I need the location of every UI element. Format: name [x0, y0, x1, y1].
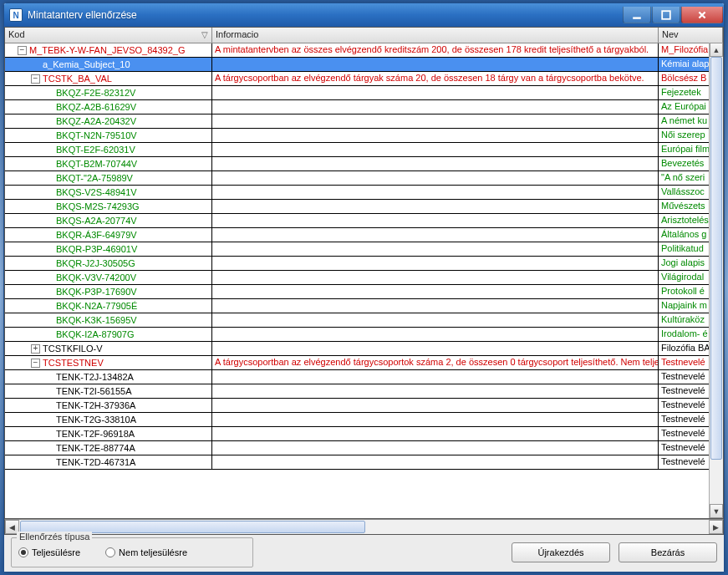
radio-not-fulfilled-label: Nem teljesülésre: [119, 547, 187, 557]
table-row[interactable]: BKQZ-A2B-61629VAz Európai: [5, 100, 723, 114]
cell-kod-text: BKQT-B2M-70744V: [56, 159, 137, 169]
cell-kod: BKQK-V3V-74200V: [5, 271, 212, 284]
column-nev[interactable]: Nev: [659, 28, 723, 43]
cell-info: [212, 86, 659, 99]
cell-kod: BKQK-P3P-17690V: [5, 285, 212, 298]
cell-kod: BKQT-E2F-62031V: [5, 143, 212, 156]
close-button[interactable]: [681, 7, 723, 23]
close-dialog-button-label: Bezárás: [651, 547, 685, 557]
cell-kod: −M_TEBK-Y-W-FAN_JEVSO_84392_G: [5, 43, 212, 57]
table-row[interactable]: BKQZ-A2A-20432VA német ku: [5, 114, 723, 129]
radio-fulfilled[interactable]: Teljesülésre: [18, 547, 80, 557]
cell-kod-text: BKQK-K3K-15695V: [56, 315, 137, 325]
cell-info: [212, 171, 659, 185]
cell-kod-text: BKQS-M2S-74293G: [56, 201, 140, 211]
tree-grid[interactable]: Kod▽ Informacio Nev −M_TEBK-Y-W-FAN_JEVS…: [4, 27, 724, 519]
table-row[interactable]: TENK-T2H-37936ATestnevelé: [5, 399, 723, 413]
cell-kod: BKQT-"2A-75989V: [5, 171, 212, 185]
table-row[interactable]: TENK-T2E-88774ATestnevelé: [5, 441, 723, 455]
table-row[interactable]: −M_TEBK-Y-W-FAN_JEVSO_84392_GA mintatant…: [5, 43, 723, 58]
cell-info: [212, 455, 659, 469]
cell-info: [212, 427, 659, 440]
cell-kod: TENK-T2E-88774A: [5, 441, 212, 455]
cell-info: [212, 214, 659, 227]
table-row[interactable]: BKQK-V3V-74200VVilágirodal: [5, 271, 723, 285]
cell-info: [212, 200, 659, 213]
close-dialog-button[interactable]: Bezárás: [619, 542, 717, 562]
restart-button-label: Újrakezdés: [537, 547, 583, 557]
grid-header: Kod▽ Informacio Nev: [5, 28, 723, 43]
radio-not-fulfilled[interactable]: Nem teljesülésre: [105, 547, 187, 557]
maximize-button[interactable]: [652, 7, 680, 23]
cell-kod: BKQS-M2S-74293G: [5, 200, 212, 213]
cell-info: [212, 228, 659, 242]
table-row[interactable]: BKQT-B2M-70744VBevezetés: [5, 157, 723, 171]
cell-info: [212, 399, 659, 412]
hscroll-track[interactable]: [19, 520, 709, 534]
table-row[interactable]: BKQT-N2N-79510VNői szerep: [5, 129, 723, 143]
table-row[interactable]: TENK-T2D-46731ATestnevelé: [5, 455, 723, 470]
cell-kod-text: BKQK-P3P-17690V: [56, 287, 137, 297]
table-row[interactable]: TENK-T2I-56155ATestnevelé: [5, 384, 723, 399]
check-type-group: Ellenőrzés típusa Teljesülésre Nem telje…: [11, 537, 253, 567]
collapse-icon[interactable]: −: [18, 46, 27, 55]
cell-kod-text: TCSTESTNEV: [43, 358, 104, 368]
cell-kod-text: TENK-T2J-13482A: [56, 372, 134, 382]
collapse-icon[interactable]: −: [31, 74, 40, 84]
table-row[interactable]: BKQK-I2A-87907GIrodalom- é: [5, 328, 723, 342]
cell-kod: BKQR-P3P-46901V: [5, 242, 212, 256]
table-row[interactable]: −TCSTK_BA_VALA tárgycsoportban az elvégz…: [5, 72, 723, 86]
titlebar[interactable]: N Mintatanterv ellenőrzése: [4, 3, 724, 27]
client-area: Kod▽ Informacio Nev −M_TEBK-Y-W-FAN_JEVS…: [4, 27, 724, 572]
table-row[interactable]: TENK-T2F-96918ATestnevelé: [5, 427, 723, 441]
column-info[interactable]: Informacio: [212, 28, 659, 43]
table-row[interactable]: BKQT-"2A-75989V"A nő szeri: [5, 171, 723, 186]
table-row[interactable]: a_Kemia_Subject_10Kémiai alap: [5, 58, 723, 72]
table-row[interactable]: BKQR-P3P-46901VPolitikatud: [5, 242, 723, 257]
column-kod[interactable]: Kod▽: [5, 28, 212, 43]
table-row[interactable]: BKQT-E2F-62031VEurópai film: [5, 143, 723, 157]
table-row[interactable]: BKQK-N2A-77905ÉNapjaink m: [5, 299, 723, 313]
cell-kod-text: TENK-T2E-88774A: [56, 443, 135, 453]
cell-kod-text: BKQZ-F2E-82312V: [56, 88, 135, 98]
cell-kod-text: BKQT-E2F-62031V: [56, 145, 135, 155]
cell-kod-text: TENK-T2G-33810A: [56, 415, 136, 425]
cell-kod: TENK-T2F-96918A: [5, 427, 212, 440]
scroll-up-arrow-icon[interactable]: ▲: [710, 43, 723, 57]
vertical-scrollbar[interactable]: ▲ ▼: [709, 43, 723, 518]
scroll-down-arrow-icon[interactable]: ▼: [710, 504, 723, 518]
table-row[interactable]: +TCSTKFILO-VFilozófia BA: [5, 342, 723, 356]
collapse-icon[interactable]: −: [31, 359, 40, 368]
table-row[interactable]: BKQZ-F2E-82312VFejezetek: [5, 86, 723, 100]
horizontal-scrollbar[interactable]: ◀ ▶: [4, 519, 724, 535]
cell-kod-text: BKQR-J2J-30505G: [56, 258, 135, 268]
cell-kod: +TCSTKFILO-V: [5, 342, 212, 355]
table-row[interactable]: BKQS-A2A-20774VArisztotelés: [5, 214, 723, 228]
vscroll-thumb[interactable]: [710, 57, 722, 460]
table-row[interactable]: BKQR-J2J-30505GJogi alapis: [5, 257, 723, 271]
cell-info: [212, 328, 659, 341]
cell-kod-text: BKQK-N2A-77905É: [56, 301, 137, 311]
restart-button[interactable]: Újrakezdés: [512, 542, 610, 562]
table-row[interactable]: BKQS-V2S-48941VVallásszoc: [5, 186, 723, 200]
cell-kod: BKQZ-A2B-61629V: [5, 100, 212, 114]
minimize-button[interactable]: [623, 7, 651, 23]
radio-dot-icon: [18, 547, 28, 557]
table-row[interactable]: TENK-T2G-33810ATestnevelé: [5, 413, 723, 427]
table-row[interactable]: −TCSTESTNEVA tárgycsoportban az elvégzen…: [5, 356, 723, 370]
scroll-right-arrow-icon[interactable]: ▶: [709, 520, 723, 534]
cell-kod: TENK-T2D-46731A: [5, 455, 212, 469]
cell-kod-text: a_Kemia_Subject_10: [43, 59, 130, 69]
cell-info: [212, 186, 659, 199]
table-row[interactable]: BKQK-K3K-15695VKultúraköz: [5, 313, 723, 328]
table-row[interactable]: BKQK-P3P-17690VProtokoll é: [5, 285, 723, 299]
cell-kod-text: TENK-T2D-46731A: [56, 457, 135, 467]
table-row[interactable]: BKQR-Á3F-64979VÁltalános g: [5, 228, 723, 242]
table-row[interactable]: TENK-T2J-13482ATestnevelé: [5, 370, 723, 384]
expand-icon[interactable]: +: [31, 344, 40, 354]
cell-kod: BKQS-A2A-20774V: [5, 214, 212, 227]
cell-info: [212, 114, 659, 128]
table-row[interactable]: BKQS-M2S-74293GMűvészets: [5, 200, 723, 214]
svg-rect-1: [662, 11, 670, 19]
vscroll-track[interactable]: [710, 57, 723, 504]
